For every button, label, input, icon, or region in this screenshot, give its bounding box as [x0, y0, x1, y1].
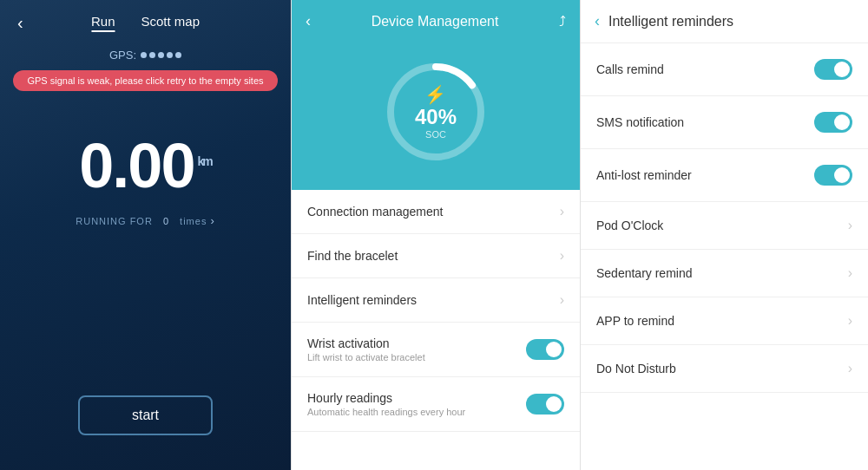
battery-bolt-icon: ⚡: [415, 84, 457, 105]
run-tabs: Run Scott map: [91, 14, 200, 32]
device-title: Device Management: [372, 14, 499, 29]
reminder-antilost-label: Anti-lost reminder: [596, 168, 692, 182]
pod-oclock-chevron-icon: ›: [848, 218, 852, 233]
menu-wrist-activation[interactable]: Wrist activation Lift wrist to activate …: [292, 323, 580, 377]
running-label: RUNNING FOR: [76, 216, 153, 226]
gps-dot-5: [175, 52, 181, 58]
sedentary-chevron-icon: ›: [848, 265, 852, 281]
running-count: 0: [163, 216, 169, 226]
distance-value: 0.00km: [79, 131, 211, 200]
menu-hourly-readings[interactable]: Hourly readings Automatic health reading…: [292, 377, 580, 432]
menu-intelligent-reminders[interactable]: Intelligent reminders ›: [292, 278, 580, 323]
reminder-app-label: APP to remind: [596, 314, 674, 328]
reminder-sedentary[interactable]: Sedentary remind ›: [581, 250, 868, 297]
hourly-toggle-thumb: [546, 396, 562, 412]
menu-hourly-subtitle: Automatic health readings every hour: [307, 407, 465, 417]
running-info: RUNNING FOR 0 times ›: [76, 214, 214, 227]
gps-dots: [141, 52, 181, 58]
sms-toggle-thumb: [834, 114, 850, 130]
antilost-toggle[interactable]: [814, 165, 852, 186]
reminder-dnd[interactable]: Do Not Disturb ›: [581, 345, 868, 393]
distance-number: 0.00: [79, 131, 194, 200]
menu-reminders-label: Intelligent reminders: [307, 293, 417, 307]
panel-run: ‹ Run Scott map GPS: GPS signal is weak,…: [0, 0, 291, 470]
menu-connection-label: Connection management: [307, 205, 443, 219]
dnd-chevron-icon: ›: [848, 361, 852, 376]
tab-run[interactable]: Run: [91, 14, 115, 32]
calls-toggle-thumb: [834, 62, 850, 77]
battery-info: ⚡ 40% SOC: [415, 84, 457, 140]
reminder-pod-oclock[interactable]: Pod O'Clock ›: [581, 202, 868, 250]
reminder-pod-oclock-label: Pod O'Clock: [596, 219, 663, 232]
menu-connection[interactable]: Connection management ›: [292, 190, 580, 234]
reminder-sedentary-label: Sedentary remind: [596, 266, 693, 280]
menu-wrist-label: Wrist activation: [307, 336, 425, 350]
app-remind-chevron-icon: ›: [848, 313, 852, 329]
sms-toggle[interactable]: [814, 112, 852, 133]
menu-connection-chevron-icon: ›: [560, 204, 564, 219]
menu-find-label: Find the bracelet: [307, 249, 398, 263]
gps-dot-4: [167, 52, 173, 58]
reminder-sms-label: SMS notification: [596, 115, 684, 129]
reminders-back-icon[interactable]: ‹: [595, 12, 600, 30]
hourly-toggle[interactable]: [526, 394, 564, 415]
reminder-app[interactable]: APP to remind ›: [581, 297, 868, 345]
menu-find-chevron-icon: ›: [560, 248, 564, 264]
menu-find-bracelet[interactable]: Find the bracelet ›: [292, 234, 580, 278]
reminder-antilost[interactable]: Anti-lost reminder: [581, 149, 868, 202]
reminder-calls[interactable]: Calls remind: [581, 43, 868, 96]
battery-soc: SOC: [415, 129, 457, 140]
device-back-icon[interactable]: ‹: [306, 12, 311, 30]
wrist-toggle-thumb: [546, 342, 562, 357]
reminder-calls-label: Calls remind: [596, 62, 664, 76]
gps-dot-2: [149, 52, 155, 58]
gps-warning: GPS signal is weak, please click retry t…: [13, 70, 277, 91]
gps-dot-3: [158, 52, 164, 58]
antilost-toggle-thumb: [834, 167, 850, 183]
battery-section: ⚡ 40% SOC: [292, 42, 580, 190]
menu-reminders-chevron-icon: ›: [560, 292, 564, 308]
device-header: ‹ Device Management ⤴: [292, 0, 580, 42]
panel-device: ‹ Device Management ⤴ ⚡ 40% SOC Connecti…: [291, 0, 580, 470]
panel-reminders: ‹ Intelligent reminders Calls remind SMS…: [580, 0, 868, 470]
menu-hourly-label: Hourly readings: [307, 391, 465, 405]
running-suffix: times: [180, 216, 207, 226]
device-menu: Connection management › Find the bracele…: [292, 190, 580, 470]
reminders-title: Intelligent reminders: [608, 14, 733, 29]
gps-dot-1: [141, 52, 147, 58]
gps-row: GPS:: [109, 49, 181, 62]
reminders-header: ‹ Intelligent reminders: [581, 0, 868, 43]
running-chevron-icon: ›: [210, 214, 214, 227]
reminder-list: Calls remind SMS notification Anti-lost …: [581, 43, 868, 470]
battery-ring: ⚡ 40% SOC: [384, 60, 488, 164]
tab-map[interactable]: Scott map: [141, 14, 201, 32]
distance-unit: km: [197, 154, 211, 168]
calls-toggle[interactable]: [814, 59, 852, 80]
distance-display: 0.00km: [79, 134, 211, 197]
menu-wrist-subtitle: Lift wrist to activate bracelet: [307, 352, 425, 362]
reminder-dnd-label: Do Not Disturb: [596, 362, 676, 375]
start-button[interactable]: start: [78, 395, 213, 435]
gps-label: GPS:: [109, 49, 136, 62]
wrist-toggle[interactable]: [526, 339, 564, 360]
reminder-sms[interactable]: SMS notification: [581, 96, 868, 149]
battery-percent: 40%: [415, 105, 457, 129]
device-export-icon[interactable]: ⤴: [559, 14, 566, 29]
run-back-icon[interactable]: ‹: [17, 13, 23, 33]
run-top-bar: ‹ Run Scott map: [0, 0, 291, 42]
